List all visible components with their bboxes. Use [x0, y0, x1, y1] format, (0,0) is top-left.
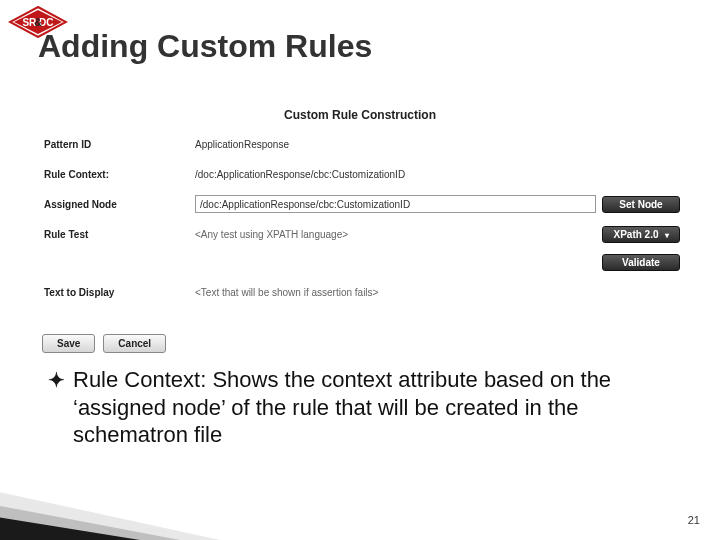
label-rule-context: Rule Context:	[40, 169, 195, 180]
row-pattern-id: Pattern ID ApplicationResponse	[40, 132, 680, 156]
bullet: ✦ Rule Context: Shows the context attrib…	[48, 366, 680, 449]
label-text-display: Text to Display	[40, 287, 195, 298]
value-pattern-id: ApplicationResponse	[195, 139, 289, 150]
save-button[interactable]: Save	[42, 334, 95, 353]
row-rule-context: Rule Context: /doc:ApplicationResponse/c…	[40, 162, 680, 186]
row-validate: Validate	[40, 250, 680, 274]
svg-marker-4	[0, 490, 220, 540]
validate-button[interactable]: Validate	[602, 254, 680, 271]
label-assigned-node: Assigned Node	[40, 199, 195, 210]
svg-text:&: &	[29, 17, 47, 28]
page-title: Adding Custom Rules	[38, 28, 372, 65]
cancel-button[interactable]: Cancel	[103, 334, 166, 353]
bullet-icon: ✦	[48, 366, 65, 394]
row-text-display: Text to Display <Text that will be shown…	[40, 280, 680, 304]
label-pattern-id: Pattern ID	[40, 139, 195, 150]
placeholder-text-display: <Text that will be shown if assertion fa…	[195, 287, 680, 298]
panel-heading: Custom Rule Construction	[40, 108, 680, 122]
row-rule-test: Rule Test <Any test using XPATH language…	[40, 222, 680, 246]
action-row: Save Cancel	[40, 334, 680, 353]
set-node-button[interactable]: Set Node	[602, 196, 680, 213]
bullet-text: Rule Context: Shows the context attribut…	[73, 366, 680, 449]
xpath-version-button[interactable]: XPath 2.0	[602, 226, 680, 243]
svg-marker-5	[0, 504, 180, 540]
decorative-wedge	[0, 470, 220, 540]
form-panel: Custom Rule Construction Pattern ID Appl…	[40, 108, 680, 353]
input-assigned-node[interactable]	[195, 195, 596, 213]
row-assigned-node: Assigned Node Set Node	[40, 192, 680, 216]
value-rule-context: /doc:ApplicationResponse/cbc:Customizati…	[195, 169, 405, 180]
page-number: 21	[688, 514, 700, 526]
svg-marker-6	[0, 516, 140, 540]
placeholder-rule-test: <Any test using XPATH language>	[195, 229, 596, 240]
label-rule-test: Rule Test	[40, 229, 195, 240]
